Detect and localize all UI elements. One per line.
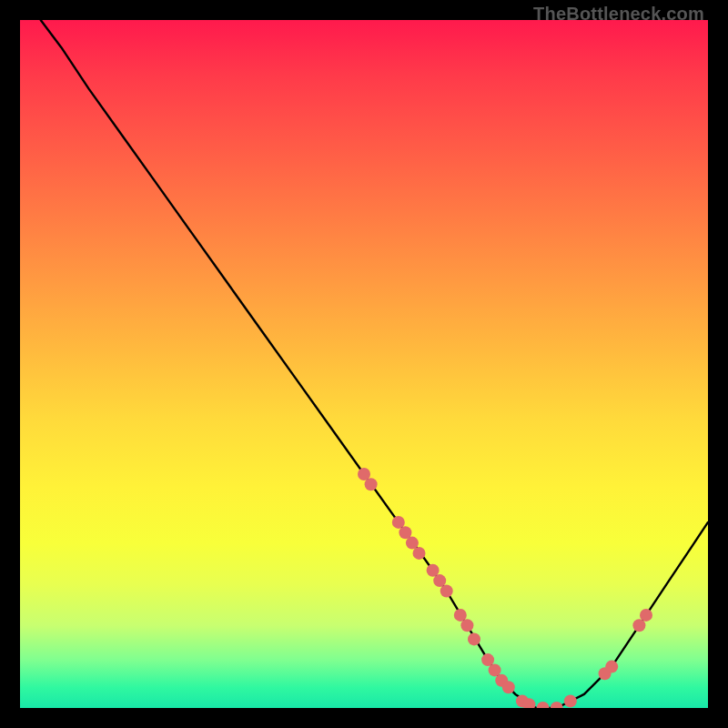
curve-marker bbox=[502, 681, 515, 693]
chart-svg bbox=[20, 20, 708, 708]
curve-marker bbox=[365, 478, 378, 490]
curve-marker bbox=[605, 661, 618, 673]
curve-marker bbox=[440, 585, 453, 598]
curve-marker bbox=[413, 547, 426, 560]
curve-marker bbox=[460, 619, 473, 632]
curve-marker bbox=[468, 632, 480, 645]
curve-marker bbox=[454, 609, 467, 622]
curve-marker bbox=[537, 702, 550, 708]
bottleneck-curve bbox=[41, 20, 708, 708]
curve-marker bbox=[564, 694, 577, 707]
watermark-label: TheBottleneck.com bbox=[533, 4, 704, 25]
curve-marker bbox=[399, 526, 411, 539]
curve-marker bbox=[433, 574, 446, 587]
curve-marker bbox=[640, 609, 652, 622]
curve-marker bbox=[489, 663, 501, 676]
chart-plot-area bbox=[20, 20, 708, 708]
curve-marker bbox=[632, 619, 645, 632]
curve-marker bbox=[551, 702, 563, 708]
